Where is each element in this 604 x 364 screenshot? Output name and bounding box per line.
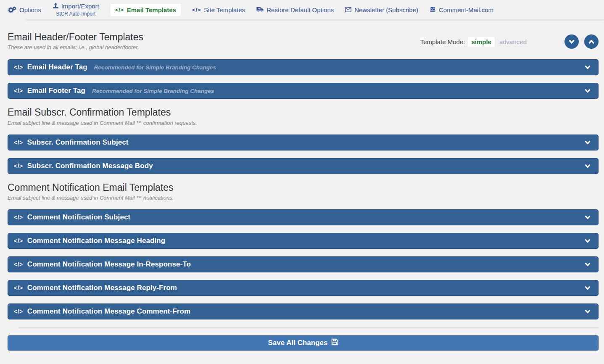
chevron-up-icon [588,38,595,45]
gears-icon [8,6,16,13]
chevron-down-icon [584,214,591,221]
nav-item-newsletter[interactable]: Newsletter (Subscribe) [345,6,418,13]
nav-label: Newsletter (Subscribe) [354,6,418,13]
chevron-down-icon [584,87,591,95]
panel-title: Subscr. Confirmation Message Body [27,162,153,170]
code-icon: </> [14,64,23,71]
panel-title: Comment Notification Message In-Response… [27,260,191,269]
panel-email-footer-tag[interactable]: </> Email Footer Tag Recommended for Sim… [8,83,599,99]
section-subheading-subscr-confirmation: Email subject line & message used in Com… [8,120,599,126]
chevron-down-icon [584,139,591,146]
code-icon: </> [192,7,201,13]
page-subtitle: These are used in all emails; i.e., glob… [8,44,143,50]
code-icon: </> [115,7,124,13]
section-subheading-comment-notification: Email subject line & message used in Com… [8,195,599,201]
panel-comment-notification-message-comment-from[interactable]: </> Comment Notification Message Comment… [8,303,599,319]
envelope-icon [345,6,351,13]
code-icon: </> [14,87,23,94]
template-mode-advanced-toggle[interactable]: advanced [499,38,527,45]
page-title: Email Header/Footer Templates [8,31,143,43]
panel-comment-notification-message-heading[interactable]: </> Comment Notification Message Heading [8,233,599,249]
nav-label: Restore Default Options [266,6,334,13]
panel-title: Comment Notification Message Heading [27,237,166,245]
panel-title: Email Header Tag [27,63,87,71]
panel-title: Comment Notification Message Comment-Fro… [27,307,191,316]
panel-comment-notification-message-in-response-to[interactable]: </> Comment Notification Message In-Resp… [8,256,599,272]
top-nav: Options Import/Export StCR Auto-Import <… [0,0,604,19]
code-icon: </> [14,214,23,221]
nav-item-site-templates[interactable]: </> Site Templates [192,6,245,13]
panel-note: Recommended for Simple Branding Changes [94,64,216,71]
chevron-down-icon [584,308,591,315]
code-icon: </> [14,139,23,146]
save-all-changes-button[interactable]: Save All Changes [8,335,599,351]
panel-subscr-confirmation-message-body[interactable]: </> Subscr. Confirmation Message Body [8,158,599,174]
nav-item-email-templates[interactable]: </> Email Templates [111,4,181,16]
ambulance-icon [256,6,264,13]
chevron-down-icon [584,63,591,71]
email-templates-page: Email Header/Footer Templates These are … [0,21,604,351]
nav-label: Options [19,6,41,13]
code-icon: </> [14,261,23,268]
section-heading-comment-notification: Comment Notification Email Templates [8,182,599,194]
expand-all-button[interactable] [584,34,599,49]
save-button-label: Save All Changes [268,339,327,347]
code-icon: </> [14,237,23,244]
chevron-down-icon [584,261,591,268]
nav-label: Email Templates [127,6,176,13]
chevron-down-icon [584,237,591,245]
nav-item-comment-mail-com[interactable]: Comment-Mail.com [430,6,493,13]
panel-title: Comment Notification Message Reply-From [27,284,177,292]
panel-note: Recommended for Simple Branding Changes [92,88,214,94]
code-icon: </> [14,285,23,291]
floppy-disk-icon [331,338,338,348]
panel-comment-notification-message-reply-from[interactable]: </> Comment Notification Message Reply-F… [8,280,599,296]
chevron-down-icon [584,162,591,170]
nav-label: Site Templates [204,6,245,13]
panel-title: Comment Notification Subject [27,213,131,222]
nav-label: Import/Export [61,3,99,10]
panel-email-header-tag[interactable]: </> Email Header Tag Recommended for Sim… [8,59,599,75]
nav-item-options[interactable]: Options [8,6,41,13]
comment-mail-icon [430,6,436,13]
panel-title: Subscr. Confirmation Subject [27,138,129,147]
collapse-all-button[interactable] [564,34,579,49]
code-icon: </> [14,308,23,315]
nav-item-import-export[interactable]: Import/Export StCR Auto-Import [53,3,99,17]
template-mode-label: Template Mode: [420,38,465,45]
chevron-down-icon [584,284,591,292]
upload-icon [53,3,59,11]
nav-label: Comment-Mail.com [439,6,493,13]
panel-comment-notification-subject[interactable]: </> Comment Notification Subject [8,209,599,225]
save-divider [18,327,599,329]
panel-title: Email Footer Tag [27,87,85,95]
nav-sublabel-stcr: StCR Auto-Import [56,11,95,17]
panel-subscr-confirmation-subject[interactable]: </> Subscr. Confirmation Subject [8,135,599,150]
template-mode-simple-toggle[interactable]: simple [468,37,495,47]
nav-item-restore-default-options[interactable]: Restore Default Options [256,6,334,13]
chevron-down-icon [568,38,575,45]
code-icon: </> [14,163,23,169]
section-heading-subscr-confirmation: Email Subscr. Confirmation Templates [8,106,599,119]
